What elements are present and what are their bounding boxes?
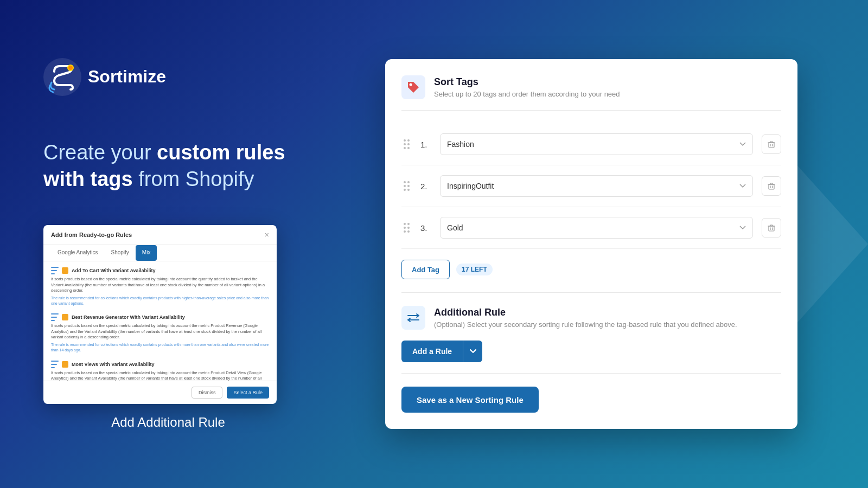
left-panel: Sortimize Create your custom rules with … — [0, 25, 326, 463]
rule-name: Most Views With Variant Availability — [72, 362, 155, 367]
rule-title-row: Add To Cart With Variant Availability — [51, 267, 269, 274]
rule-name: Add To Cart With Variant Availability — [72, 268, 156, 273]
trash-icon — [767, 182, 776, 190]
tag-row-1: 1. Fashion InspiringOutfit Gold Summer W… — [401, 124, 781, 165]
sort-tags-header: Sort Tags Select up to 20 tags and order… — [401, 75, 781, 111]
add-rule-button[interactable]: Add a Rule — [401, 341, 463, 362]
tag-row-2: 2. InspiringOutfit Fashion Gold Summer W… — [401, 165, 781, 207]
row-number-2: 2. — [420, 182, 431, 191]
tag-icon — [62, 314, 68, 320]
svg-point-2 — [68, 66, 73, 70]
mini-dialog-header: Add from Ready-to-go Rules × — [43, 225, 277, 245]
main-card: Sort Tags Select up to 20 tags and order… — [385, 59, 797, 429]
hero-bold: custom rules with tags — [43, 141, 285, 190]
additional-rule-title: Additional Rule — [434, 307, 737, 318]
svg-rect-12 — [769, 226, 774, 231]
logo: Sortimize — [43, 58, 293, 96]
rule-name: Best Revenue Generator With Variant Avai… — [72, 314, 185, 320]
right-panel: Sort Tags Select up to 20 tags and order… — [326, 43, 868, 445]
rule-description: It sorts products based on the special m… — [51, 277, 269, 294]
trash-icon — [767, 223, 776, 232]
svg-rect-8 — [769, 184, 774, 189]
mini-dialog-tabs: Google Analytics Shopify Mix — [43, 245, 277, 261]
tab-google-analytics[interactable]: Google Analytics — [51, 245, 105, 261]
add-tag-area: Add Tag 17 LEFT — [401, 249, 781, 293]
drag-handle[interactable] — [401, 221, 412, 235]
tags-left-badge: 17 LEFT — [456, 264, 493, 275]
additional-rule-subtitle: (Optional) Select your secondary sorting… — [434, 320, 737, 329]
transfer-icon — [406, 310, 421, 325]
drag-dots — [404, 223, 410, 233]
row-number-1: 1. — [420, 140, 431, 149]
tag-select-3[interactable]: Gold Fashion InspiringOutfit Summer Wint… — [440, 217, 753, 239]
chart-icon — [51, 267, 59, 274]
tab-shopify[interactable]: Shopify — [105, 245, 136, 261]
delete-tag-1-button[interactable] — [762, 134, 781, 154]
save-section: Save as a New Sorting Rule — [401, 374, 781, 413]
sort-tags-icon — [401, 75, 425, 99]
chevron-down-icon — [470, 349, 476, 354]
delete-tag-2-button[interactable] — [762, 176, 781, 196]
logo-text: Sortimize — [88, 67, 166, 87]
hero-text: Create your custom rules with tags from … — [43, 139, 293, 193]
drag-handle[interactable] — [401, 179, 412, 193]
list-item: Best Revenue Generator With Variant Avai… — [51, 313, 269, 352]
rule-tip: The rule is recommended for collections … — [51, 296, 269, 306]
trash-icon — [767, 140, 776, 149]
tag-icon — [62, 267, 68, 274]
sort-tags-title: Sort Tags — [434, 76, 620, 88]
tag-row-3: 3. Gold Fashion InspiringOutfit Summer W… — [401, 207, 781, 249]
mini-dialog-body: Add To Cart With Variant Availability It… — [43, 261, 277, 381]
chart-icon — [51, 361, 59, 368]
tag-icon — [62, 361, 68, 368]
dismiss-button[interactable]: Dismiss — [192, 387, 223, 399]
mini-dialog: Add from Ready-to-go Rules × Google Anal… — [43, 225, 277, 404]
logo-icon — [43, 58, 81, 96]
drag-handle[interactable] — [401, 137, 412, 151]
additional-rule-header: Additional Rule (Optional) Select your s… — [401, 306, 781, 330]
sort-tags-subtitle: Select up to 20 tags and order them acco… — [434, 90, 620, 98]
tag-select-2[interactable]: InspiringOutfit Fashion Gold Summer Wint… — [440, 175, 753, 197]
sort-tags-text: Sort Tags Select up to 20 tags and order… — [434, 76, 620, 98]
save-new-sorting-rule-button[interactable]: Save as a New Sorting Rule — [401, 387, 539, 413]
list-item: Most Views With Variant Availability It … — [51, 361, 269, 381]
arrows-icon — [401, 306, 425, 330]
rule-title-row: Best Revenue Generator With Variant Avai… — [51, 313, 269, 321]
tag-icon — [406, 80, 421, 95]
tag-select-1[interactable]: Fashion InspiringOutfit Gold Summer Wint… — [440, 133, 753, 155]
add-tag-button[interactable]: Add Tag — [401, 260, 450, 279]
rule-description: It sorts products based on the special m… — [51, 323, 269, 341]
chart-icon — [51, 313, 59, 321]
add-rule-dropdown-button[interactable] — [463, 341, 482, 362]
list-item: Add To Cart With Variant Availability It… — [51, 267, 269, 306]
svg-point-0 — [43, 58, 81, 96]
rule-description: It sorts products based on the special m… — [51, 370, 269, 381]
additional-rule-section: Additional Rule (Optional) Select your s… — [401, 293, 781, 374]
drag-dots — [404, 181, 410, 191]
mini-dialog-footer: Dismiss Select a Rule — [43, 381, 277, 404]
rule-title-row: Most Views With Variant Availability — [51, 361, 269, 368]
rule-tip: The rule is recommended for collections … — [51, 342, 269, 353]
delete-tag-3-button[interactable] — [762, 218, 781, 237]
tab-mix[interactable]: Mix — [136, 245, 157, 261]
add-rule-area: Add a Rule — [401, 341, 781, 362]
mini-dialog-title: Add from Ready-to-go Rules — [51, 232, 132, 238]
add-rule-caption: Add Additional Rule — [43, 415, 293, 430]
select-rule-button[interactable]: Select a Rule — [227, 387, 269, 399]
additional-rule-text: Additional Rule (Optional) Select your s… — [434, 307, 737, 329]
svg-rect-4 — [769, 143, 774, 147]
close-icon[interactable]: × — [265, 230, 269, 239]
svg-point-3 — [410, 84, 412, 86]
drag-dots — [404, 139, 410, 149]
row-number-3: 3. — [420, 223, 431, 233]
